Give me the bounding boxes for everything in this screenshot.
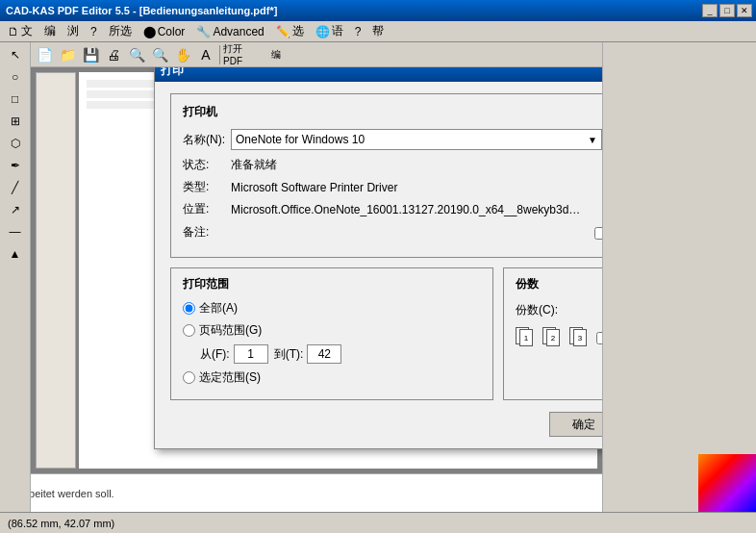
advanced-icon: 🔧 xyxy=(196,25,211,38)
pen-tool[interactable]: ✒ xyxy=(4,155,27,176)
text-btn[interactable]: A xyxy=(194,44,217,65)
app-title: CAD-KAS PDF Editor 5.5 - [Bedienungsanle… xyxy=(6,5,277,16)
new-btn[interactable]: 📄 xyxy=(33,44,56,65)
menu-file-icon: 🗋 xyxy=(8,25,19,38)
separator1 xyxy=(219,45,220,64)
titlebar-controls: _ □ ✕ xyxy=(702,4,752,17)
status-label: 状态: xyxy=(183,157,231,173)
all-radio[interactable] xyxy=(183,302,195,315)
color-icon: ⬤ xyxy=(143,25,156,38)
selected-radio[interactable] xyxy=(183,371,195,384)
page-range-label: 页码范围(G) xyxy=(199,322,262,339)
type-label: 类型: xyxy=(183,179,231,195)
page-mini-2: 2 xyxy=(546,329,560,346)
menu-help[interactable]: ? xyxy=(85,23,103,40)
edit-btn[interactable]: 编 xyxy=(265,44,288,65)
titlebar: CAD-KAS PDF Editor 5.5 - [Bedienungsanle… xyxy=(0,0,756,21)
all-radio-row: 全部(A) xyxy=(183,300,481,317)
all-label: 全部(A) xyxy=(199,300,238,317)
page-mini-1: 1 xyxy=(519,329,533,346)
minimize-btn[interactable]: _ xyxy=(702,4,718,17)
from-label: 从(F): xyxy=(200,346,230,363)
open-btn[interactable]: 📁 xyxy=(56,44,79,65)
page-stack-3: 3 3 xyxy=(569,327,592,348)
left-tool-panel: ↖ ○ □ ⊞ ⬡ ✒ ╱ ↗ — ▲ xyxy=(0,42,31,512)
page-range-radio-row: 页码范围(G) xyxy=(183,322,481,339)
close-btn[interactable]: ✕ xyxy=(737,4,752,17)
hand-btn[interactable]: ✋ xyxy=(171,44,194,65)
location-value: Microsoft.Office.OneNote_16001.13127.201… xyxy=(231,203,587,216)
print-btn[interactable]: 🖨 xyxy=(102,44,125,65)
gradient-decoration xyxy=(698,454,756,512)
menu-select[interactable]: 所选 xyxy=(103,21,138,41)
menu-help2[interactable]: ? xyxy=(349,23,367,40)
app-window: CAD-KAS PDF Editor 5.5 - [Bedienungsanle… xyxy=(0,0,756,533)
arrow-tool[interactable]: ↗ xyxy=(4,199,27,220)
dropdown-arrow-icon: ▼ xyxy=(588,135,597,145)
page-range-radio[interactable] xyxy=(183,324,195,337)
select2-icon: ✏️ xyxy=(276,25,290,38)
collate-pages-2: 2 2 xyxy=(542,327,566,348)
menu-file[interactable]: 🗋 文 xyxy=(2,21,38,41)
zoom-out-btn[interactable]: 🔍 xyxy=(148,44,171,65)
to-input[interactable] xyxy=(307,344,341,364)
up-arrow-tool[interactable]: ▲ xyxy=(4,243,27,265)
location-label: 位置: xyxy=(183,201,231,217)
print-range-section: 打印范围 全部(A) 页码范围(G) 从(F): 到(T): xyxy=(170,267,493,400)
selected-label: 选定范围(S) xyxy=(199,369,261,386)
menu-advanced[interactable]: 🔧 Advanced xyxy=(190,23,269,40)
grid-tool[interactable]: ⊞ xyxy=(4,111,27,132)
selected-radio-row: 选定范围(S) xyxy=(183,369,481,386)
menu-language[interactable]: 🌐 语 xyxy=(310,21,349,41)
select-tool[interactable]: ↖ xyxy=(4,44,27,65)
open-pdf-btn[interactable]: 打开 PDF xyxy=(222,44,265,65)
rect-tool[interactable]: □ xyxy=(4,89,27,110)
page-mini-3: 3 xyxy=(573,329,587,346)
from-input[interactable] xyxy=(234,344,268,364)
right-panel xyxy=(602,42,756,512)
page-stack-2: 2 2 xyxy=(542,327,566,348)
toolbar-row1: 📄 📁 💾 🖨 🔍 🔍 ✋ A 打开 PDF 编 xyxy=(31,42,602,67)
printer-dropdown[interactable]: OneNote for Windows 10 ▼ xyxy=(231,129,602,150)
polygon-tool[interactable]: ⬡ xyxy=(4,133,27,154)
line-tool[interactable]: ╱ xyxy=(4,177,27,198)
page-range-inputs: 从(F): 到(T): xyxy=(200,344,481,364)
menu-help3[interactable]: 帮 xyxy=(366,21,390,41)
doc-left-panel xyxy=(36,72,76,469)
menu-view[interactable]: 浏 xyxy=(62,21,85,41)
collate-pages-3: 3 3 xyxy=(569,327,592,348)
save-btn[interactable]: 💾 xyxy=(79,44,102,65)
menu-edit[interactable]: 编 xyxy=(38,21,62,41)
menu-select2[interactable]: ✏️ 选 xyxy=(270,21,310,41)
menubar: 🗋 文 编 浏 ? 所选 ⬤ Color 🔧 Advanced ✏️ 选 🌐 语… xyxy=(0,21,756,42)
printer-name-value: OneNote for Windows 10 xyxy=(236,133,365,146)
name-label: 名称(N): xyxy=(183,132,231,148)
minus-tool[interactable]: — xyxy=(4,221,27,242)
status-coords: (86.52 mm, 42.07 mm) xyxy=(8,518,114,529)
statusbar: (86.52 mm, 42.07 mm) xyxy=(0,512,756,533)
print-range-title: 打印范围 xyxy=(183,276,481,292)
menu-color[interactable]: ⬤ Color xyxy=(138,23,191,40)
collate-pages-1: 1 1 xyxy=(516,327,539,348)
ellipse-tool[interactable]: ○ xyxy=(4,66,27,88)
language-icon: 🌐 xyxy=(315,25,330,38)
zoom-in-btn[interactable]: 🔍 xyxy=(125,44,148,65)
maximize-btn[interactable]: □ xyxy=(719,4,735,17)
comment-label: 备注: xyxy=(183,224,231,241)
page-stack-1: 1 1 xyxy=(516,327,539,348)
to-label: 到(T): xyxy=(274,346,304,363)
